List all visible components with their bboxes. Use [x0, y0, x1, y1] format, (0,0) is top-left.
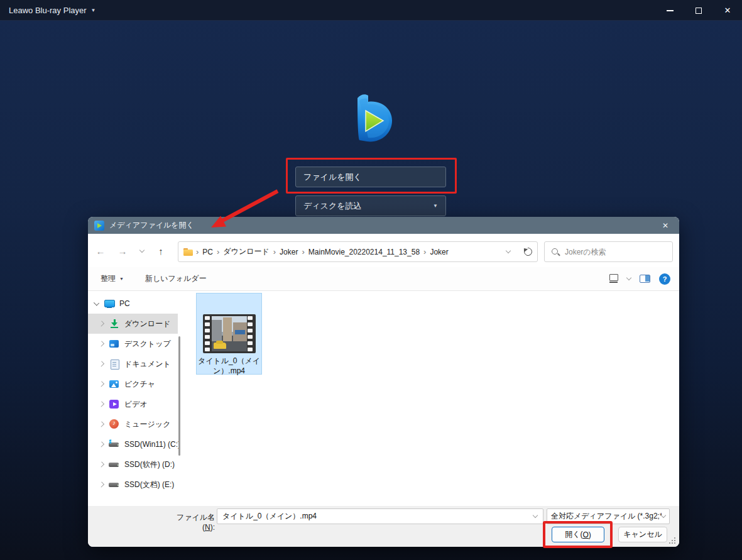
search-icon	[551, 248, 560, 256]
chevron-down-icon	[533, 513, 538, 518]
breadcrumb-item-joker[interactable]: Joker	[277, 248, 300, 256]
sidebar-item-drive-d[interactable]: SSD(软件) (D:)	[88, 454, 182, 475]
open-file-label: ファイルを開く	[303, 172, 362, 183]
preview-pane-icon[interactable]	[640, 275, 650, 283]
address-dropdown-icon[interactable]	[506, 248, 511, 253]
maximize-button[interactable]	[684, 0, 713, 21]
sidebar-item-label: デスクトップ	[124, 339, 171, 349]
organize-button[interactable]: 整理 ▼	[101, 273, 124, 284]
back-button[interactable]: ←	[92, 242, 109, 260]
filetype-select[interactable]: 全対応メディアファイル (*.3g2;*.3gp	[547, 508, 670, 524]
search-input[interactable]	[565, 248, 666, 256]
maximize-icon	[696, 8, 702, 14]
filename-input[interactable]	[217, 512, 528, 521]
leawo-player-icon	[94, 221, 104, 231]
sidebar-item-music[interactable]: ♪ ミュージック	[88, 414, 182, 434]
sidebar-item-drive-e[interactable]: SSD(文档) (E:)	[88, 475, 182, 495]
forward-button[interactable]: →	[114, 242, 131, 260]
sidebar-item-label: SSD(软件) (D:)	[124, 459, 175, 470]
sidebar-item-label: ダウンロード	[124, 319, 170, 329]
navigation-pane: PC ダウンロード デスクトップ ドキュメント ピクチャ	[88, 291, 182, 506]
sidebar-item-label: PC	[119, 299, 130, 308]
resize-grip[interactable]	[669, 537, 675, 544]
chevron-right-icon	[99, 461, 104, 467]
search-box[interactable]	[544, 241, 673, 262]
sidebar-item-label: ミュージック	[124, 419, 170, 430]
downloads-icon	[109, 318, 120, 329]
view-dropdown-icon[interactable]	[626, 275, 631, 280]
breadcrumb-item-joker-2[interactable]: Joker	[427, 248, 450, 256]
app-titlebar: Leawo Blu-ray Player ▼ ✕	[0, 0, 742, 21]
chevron-right-icon	[99, 421, 104, 427]
open-file-button[interactable]: ファイルを開く	[295, 167, 446, 187]
chevron-down-icon: ▼	[91, 8, 96, 13]
open-button[interactable]: 開く(O)	[552, 527, 604, 542]
load-disc-button[interactable]: ディスクを読込 ▼	[295, 195, 446, 216]
chevron-right-icon	[99, 381, 104, 387]
breadcrumb-item-mainmovie[interactable]: MainMovie_20220214_11_13_58	[306, 248, 422, 256]
breadcrumb[interactable]: › PC › ダウンロード › Joker › MainMovie_202202…	[178, 241, 538, 262]
dialog-titlebar: メディアファイルを開く ✕	[88, 217, 679, 234]
sidebar-item-label: SSD(文档) (E:)	[124, 480, 174, 490]
help-icon[interactable]: ?	[659, 273, 670, 285]
chevron-down-icon	[94, 300, 99, 305]
breadcrumb-separator: ›	[272, 247, 277, 256]
sidebar-item-label: ドキュメント	[124, 359, 171, 370]
sidebar-item-documents[interactable]: ドキュメント	[88, 354, 182, 374]
drive-icon	[109, 479, 120, 490]
close-button[interactable]: ✕	[713, 0, 742, 21]
close-icon: ✕	[724, 6, 731, 15]
filename-combobox[interactable]	[217, 508, 543, 524]
open-media-dialog: メディアファイルを開く ✕ ← → ↑ › PC › ダウンロード › Joke…	[88, 217, 679, 547]
screen: { "colors": { "annotation_red": "#e42320…	[0, 0, 742, 560]
documents-icon	[109, 358, 120, 370]
toolbar-right-group: ?	[609, 273, 670, 285]
app-title-text: Leawo Blu-ray Player	[9, 6, 87, 15]
dialog-footer: ファイル名(N): 全対応メディアファイル (*.3g2;*.3gp 開く(O)…	[88, 506, 679, 547]
app-title[interactable]: Leawo Blu-ray Player ▼	[9, 6, 95, 15]
pc-icon	[104, 298, 115, 309]
sidebar-item-pc[interactable]: PC	[88, 294, 182, 314]
dialog-close-button[interactable]: ✕	[652, 217, 679, 234]
breadcrumb-item-downloads[interactable]: ダウンロード	[221, 246, 271, 257]
recent-locations-button[interactable]	[133, 242, 151, 260]
sidebar-item-label: ピクチャ	[124, 379, 155, 390]
pictures-icon	[109, 378, 120, 390]
sidebar-item-downloads[interactable]: ダウンロード	[88, 314, 178, 334]
sidebar-item-label: SSD(Win11) (C:)	[124, 440, 180, 449]
filename-label: ファイル名(N):	[168, 512, 215, 532]
minimize-button[interactable]	[655, 0, 684, 21]
windows-drive-icon	[109, 439, 120, 450]
cancel-button[interactable]: キャンセル	[618, 527, 667, 542]
view-mode-icon[interactable]	[609, 274, 618, 283]
chevron-right-icon	[99, 441, 104, 447]
filmstrip-holes-left	[205, 316, 211, 351]
folder-icon	[183, 248, 194, 256]
drive-icon	[109, 459, 120, 470]
chevron-down-icon: ▼	[433, 203, 438, 209]
sidebar-scrollbar[interactable]	[178, 336, 180, 456]
chevron-right-icon	[99, 481, 104, 487]
up-button[interactable]: ↑	[152, 242, 170, 260]
organize-label: 整理	[101, 273, 116, 284]
sidebar-item-desktop[interactable]: デスクトップ	[88, 334, 182, 354]
breadcrumb-item-pc[interactable]: PC	[200, 248, 216, 256]
leawo-logo	[344, 92, 398, 147]
sidebar-item-label: ビデオ	[124, 399, 148, 410]
filename-dropdown-button[interactable]	[528, 515, 543, 517]
sidebar-item-drive-c[interactable]: SSD(Win11) (C:)	[88, 434, 182, 454]
sidebar-item-pictures[interactable]: ピクチャ	[88, 374, 182, 394]
refresh-icon[interactable]	[524, 248, 532, 256]
sidebar-item-videos[interactable]: ビデオ	[88, 394, 182, 414]
file-list-area[interactable]: タイトル_0（メイ ン）.mp4	[182, 291, 679, 506]
video-thumbnail	[203, 314, 256, 353]
videos-icon	[109, 398, 120, 410]
chevron-down-icon: ▼	[119, 277, 124, 281]
new-folder-button[interactable]: 新しいフォルダー	[145, 273, 207, 284]
new-folder-label: 新しいフォルダー	[145, 273, 207, 284]
load-disc-label: ディスクを読込	[303, 200, 362, 212]
breadcrumb-separator: ›	[422, 247, 427, 256]
file-name-label: タイトル_0（メイ ン）.mp4	[197, 356, 261, 376]
dialog-content: PC ダウンロード デスクトップ ドキュメント ピクチャ	[88, 291, 679, 506]
file-item-selected[interactable]: タイトル_0（メイ ン）.mp4	[196, 293, 262, 375]
